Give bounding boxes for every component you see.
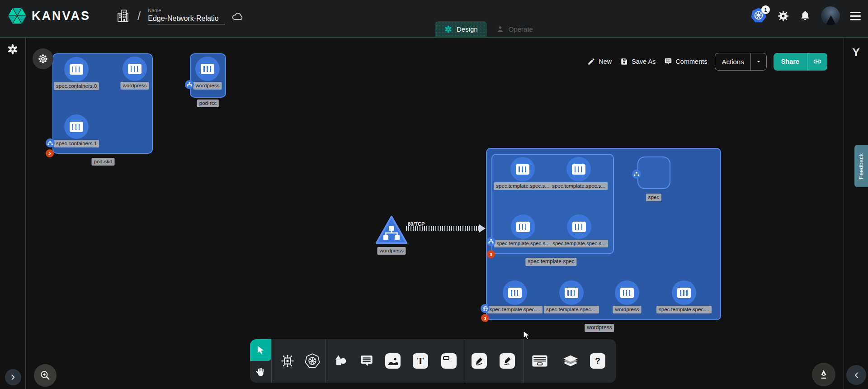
question-mark-icon: ?: [595, 356, 600, 366]
kubernetes-tool[interactable]: [304, 353, 321, 369]
chevron-right-icon: [9, 374, 17, 381]
relation-badge[interactable]: [486, 237, 495, 246]
draw-tool[interactable]: [500, 353, 515, 369]
meshery-spinner-icon[interactable]: [7, 43, 19, 55]
right-dock: Y: [844, 38, 868, 389]
collapsed-gear-node[interactable]: [33, 48, 53, 69]
layers-tool[interactable]: [563, 355, 578, 367]
feedback-tab[interactable]: Feedback: [854, 145, 868, 187]
issue-count-badge[interactable]: 3: [481, 314, 489, 322]
issue-count-badge[interactable]: 3: [487, 250, 495, 258]
node-spec[interactable]: [637, 157, 670, 189]
container-icon: [567, 214, 591, 239]
chevron-left-icon: [853, 371, 860, 379]
copy-link-button[interactable]: [807, 53, 827, 71]
shapes-icon: [333, 353, 348, 369]
relation-badge[interactable]: [632, 170, 641, 179]
logo[interactable]: KANVAS: [7, 6, 90, 26]
design-name-field: Name: [148, 8, 225, 24]
comments-button[interactable]: Comments: [663, 57, 708, 66]
node-label: spec.template.spec.s...: [550, 240, 608, 247]
node-label: wordpress: [120, 82, 149, 90]
service-node-wordpress[interactable]: [374, 214, 409, 249]
share-split-button: Share: [774, 53, 827, 71]
mode-tabs: Design Operate: [435, 21, 542, 37]
service-label: wordpress: [377, 247, 406, 255]
tab-operate[interactable]: Operate: [487, 21, 542, 37]
kubernetes-context-button[interactable]: 1: [751, 8, 767, 24]
node-label: spec.template.spec....: [544, 306, 599, 313]
component-tool[interactable]: [280, 353, 295, 369]
validator-y-icon[interactable]: Y: [852, 46, 859, 59]
share-button[interactable]: Share: [774, 53, 807, 71]
network-edge[interactable]: [406, 226, 480, 231]
image-tool[interactable]: [385, 353, 401, 369]
cursor-arrow-icon: [255, 345, 266, 356]
actions-button[interactable]: Actions: [715, 53, 750, 70]
container-icon: [64, 57, 89, 81]
ink-tool-button[interactable]: [812, 363, 835, 386]
design-action-bar: New Save As Comments Actions Share: [586, 52, 827, 71]
share-label: Share: [781, 58, 799, 65]
new-label: New: [599, 58, 612, 65]
speech-bubble-icon: [359, 354, 374, 368]
logo-text: KANVAS: [32, 9, 90, 23]
mouse-cursor-icon: [521, 329, 533, 341]
container-icon: [511, 214, 535, 239]
link-icon: [813, 57, 822, 66]
gear-flower-icon: [38, 53, 48, 64]
floppy-icon: [620, 57, 628, 66]
node-label: spec.containers.0: [54, 82, 99, 90]
shapes-tool[interactable]: [333, 353, 348, 369]
feedback-label: Feedback: [858, 153, 865, 179]
helm-wheel-icon: [304, 353, 321, 369]
organization-icon[interactable]: [117, 9, 129, 23]
node-label: wordpress: [193, 82, 222, 90]
group-label-wordpress: wordpress: [585, 324, 614, 332]
new-button[interactable]: New: [586, 57, 613, 66]
design-name-label: Name: [148, 8, 225, 13]
caret-down-icon: [755, 58, 762, 65]
tab-design[interactable]: Design: [435, 21, 487, 37]
note-tool[interactable]: [441, 353, 457, 369]
issue-count-badge[interactable]: 2: [46, 149, 54, 157]
expand-left-panel-button[interactable]: [5, 369, 21, 385]
container-icon: [195, 57, 220, 81]
mesh-relation-badge[interactable]: [481, 304, 490, 313]
node-label: spec.template.spec....: [656, 306, 712, 313]
sitemap-icon: [488, 239, 494, 244]
archive-tool[interactable]: [532, 355, 548, 367]
node-label: spec.template.spec.s...: [494, 240, 552, 247]
relation-badge[interactable]: [185, 80, 194, 89]
save-as-button[interactable]: Save As: [619, 57, 656, 66]
collapse-right-panel-button[interactable]: [846, 365, 866, 385]
sitemap-icon: [47, 141, 53, 145]
notifications-bell-icon[interactable]: [799, 10, 811, 22]
letter-t-icon: T: [417, 356, 424, 366]
edge-arrowhead-icon: [479, 224, 486, 232]
pan-tool[interactable]: [255, 366, 266, 378]
mesh-globe-icon: [482, 306, 488, 312]
pencil-scribble-icon: [502, 356, 512, 366]
zoom-button[interactable]: [34, 364, 57, 387]
group-spec-template-spec[interactable]: [491, 154, 614, 254]
node-label-spec: spec: [646, 194, 661, 201]
pen-tool[interactable]: [472, 353, 487, 369]
design-name-input[interactable]: [148, 14, 225, 24]
save-as-label: Save As: [632, 58, 656, 65]
drawer-icon: [532, 355, 548, 367]
pen-nib-icon: [818, 369, 830, 380]
comment-tool[interactable]: [359, 354, 374, 368]
operate-tab-label: Operate: [509, 25, 533, 33]
help-tool[interactable]: ?: [590, 353, 605, 369]
menu-hamburger-icon[interactable]: [850, 12, 861, 20]
node-label: spec.template.spec.s...: [494, 182, 552, 190]
relation-badge[interactable]: [46, 138, 55, 147]
text-tool[interactable]: T: [413, 353, 428, 369]
actions-dropdown-button[interactable]: [750, 53, 766, 70]
cloud-sync-icon[interactable]: [231, 11, 245, 21]
magnifier-plus-icon: [39, 370, 51, 381]
settings-gear-icon[interactable]: [777, 10, 789, 22]
select-tool[interactable]: [250, 339, 271, 361]
avatar[interactable]: [821, 6, 840, 25]
